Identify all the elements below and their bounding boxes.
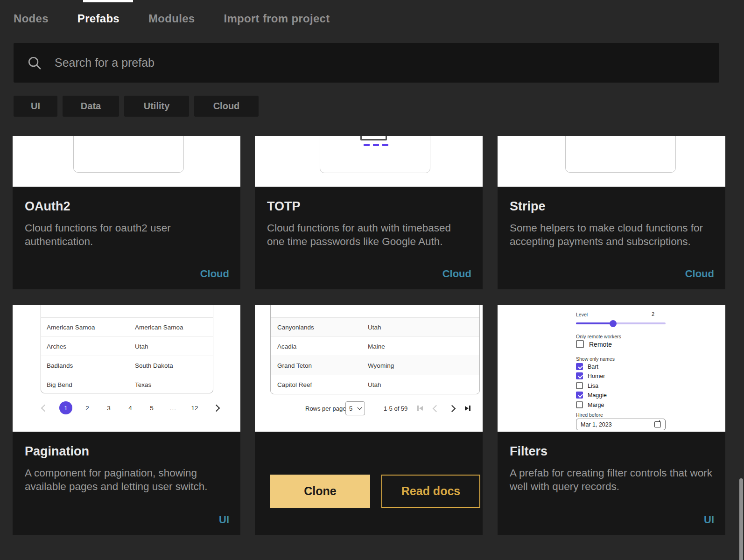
tab-import-from-project[interactable]: Import from project <box>224 12 330 25</box>
prefab-card-totp[interactable]: TOTP Cloud functions for auth with timeb… <box>255 136 483 289</box>
date-input: Mar 1, 2023 <box>576 419 666 430</box>
rows-per-page-label: Rows per page <box>305 405 346 412</box>
category-tag: UI <box>219 514 229 526</box>
table-row: Grand Teton Wyoming <box>271 356 479 375</box>
oauth2-preview-panel: OAUTH <box>73 136 184 173</box>
previous-page-icon <box>431 404 441 413</box>
clone-button[interactable]: Clone <box>270 475 370 508</box>
cell-park: American Samoa <box>41 324 135 331</box>
table-row: Badlands South Dakota <box>41 356 213 375</box>
rows-per-page-value: 5 <box>349 405 352 412</box>
card-description: A component for pagination, showing avai… <box>13 459 240 493</box>
table-row: Canyonlands Utah <box>271 318 479 337</box>
checkbox-maggie <box>576 392 583 399</box>
active-tab-indicator <box>83 0 133 2</box>
card-description: Cloud functions for auth with timebased … <box>255 214 483 248</box>
checkbox-bart <box>576 363 583 370</box>
stripe-info: Stripe Some helpers to make cloud functi… <box>498 187 725 289</box>
cell-park: Acadia <box>271 343 368 350</box>
filters-preview: Level 2 Only remote workers Remote Show … <box>498 305 725 432</box>
search-icon <box>27 55 42 71</box>
totp-preview <box>255 136 483 187</box>
cell-state: Maine <box>368 343 385 350</box>
checkbox-label: Lisa <box>588 383 598 389</box>
search-bar <box>14 43 719 83</box>
slider-value: 2 <box>652 311 654 317</box>
checkbox-label: Bart <box>588 364 598 370</box>
cell-park: Big Bend <box>41 381 135 388</box>
table-row: Arches Utah <box>41 337 213 356</box>
prefab-card-hovered[interactable]: Canyonlands Utah Acadia Maine Grand Teto… <box>255 305 483 535</box>
totp-info: TOTP Cloud functions for auth with timeb… <box>255 187 483 289</box>
cell-state: American Samoa <box>135 324 183 331</box>
slider-label: Level <box>576 312 588 317</box>
category-tag: UI <box>704 514 714 526</box>
card-title: Pagination <box>13 432 240 459</box>
checkbox-label: Marge <box>588 402 604 408</box>
read-docs-button[interactable]: Read docs <box>381 475 480 508</box>
table-row: American Samoa American Samoa <box>41 318 213 337</box>
checkbox-lisa <box>576 382 583 389</box>
prev-page-icon <box>38 401 51 414</box>
filter-chip-ui[interactable]: UI <box>14 96 57 117</box>
cell-park: Canyonlands <box>271 324 368 331</box>
oauth2-info: OAuth2 Cloud functions for oauth2 user a… <box>13 187 240 289</box>
prefab-browser: Nodes Prefabs Modules Import from projec… <box>0 0 744 560</box>
pagination-info: Pagination A component for pagination, s… <box>13 432 240 535</box>
records-preview-table: Canyonlands Utah Acadia Maine Grand Teto… <box>270 305 480 394</box>
last-page-icon <box>463 404 472 413</box>
cell-state: Wyoming <box>368 362 394 369</box>
table-row: Acadia Maine <box>271 337 479 356</box>
filter-chip-data[interactable]: Data <box>63 96 119 117</box>
category-tag: Cloud <box>442 268 471 280</box>
totp-preview-panel <box>320 136 430 173</box>
calendar-icon <box>654 421 661 427</box>
row-range-label: 1-5 of 59 <box>384 405 407 412</box>
category-filters: UI Data Utility Cloud <box>14 96 259 117</box>
date-group-label: Hired before <box>576 412 603 418</box>
tab-nodes[interactable]: Nodes <box>14 12 49 25</box>
page-2: 2 <box>81 401 94 414</box>
prefab-card-stripe[interactable]: Stripe Some helpers to make cloud functi… <box>498 136 725 289</box>
otp-digit-dashes <box>364 144 388 146</box>
stripe-preview-panel <box>565 136 676 173</box>
prefab-card-pagination[interactable]: American Samoa American Samoa Arches Uta… <box>13 305 240 535</box>
page-4: 4 <box>124 401 137 414</box>
search-input[interactable] <box>54 56 706 70</box>
otp-input-field <box>360 136 387 140</box>
card-title: Filters <box>498 432 725 459</box>
card-title: Stripe <box>498 187 725 214</box>
hover-actions: Clone Read docs <box>255 432 483 535</box>
checkbox-label: Maggie <box>588 392 607 399</box>
cell-state: South Dakota <box>135 362 173 369</box>
filter-chip-utility[interactable]: Utility <box>124 96 189 117</box>
category-tag: Cloud <box>200 268 229 280</box>
names-group-label: Show only names <box>576 356 615 362</box>
cell-park: Badlands <box>41 362 135 369</box>
table-row: Big Bend Texas <box>41 375 213 393</box>
cell-state: Utah <box>368 324 381 331</box>
oauth2-preview: OAUTH <box>13 136 240 187</box>
page-3: 3 <box>102 401 115 414</box>
tab-prefabs[interactable]: Prefabs <box>77 12 119 25</box>
records-preview: Canyonlands Utah Acadia Maine Grand Teto… <box>255 305 483 432</box>
cell-state: Utah <box>368 381 381 388</box>
cell-park: Grand Teton <box>271 362 368 369</box>
card-title: TOTP <box>255 187 483 214</box>
card-description: Some helpers to make cloud functions for… <box>498 214 725 248</box>
checkbox-homer <box>576 372 583 379</box>
date-value: Mar 1, 2023 <box>581 421 612 428</box>
rows-per-page-select: 5 <box>345 401 365 415</box>
first-page-icon <box>415 404 425 413</box>
page-12: 12 <box>188 401 201 414</box>
card-description: A prefab for creating filter controls th… <box>498 459 725 493</box>
vertical-scrollbar[interactable] <box>739 478 743 560</box>
cell-state: Texas <box>135 381 151 388</box>
prefab-card-filters[interactable]: Level 2 Only remote workers Remote Show … <box>498 305 725 535</box>
filter-chip-cloud[interactable]: Cloud <box>194 96 259 117</box>
prefab-card-oauth2[interactable]: OAUTH OAuth2 Cloud functions for oauth2 … <box>13 136 240 289</box>
slider-thumb <box>610 320 617 327</box>
tab-modules[interactable]: Modules <box>148 12 195 25</box>
next-page-icon <box>447 404 456 413</box>
cell-state: Utah <box>135 343 148 350</box>
